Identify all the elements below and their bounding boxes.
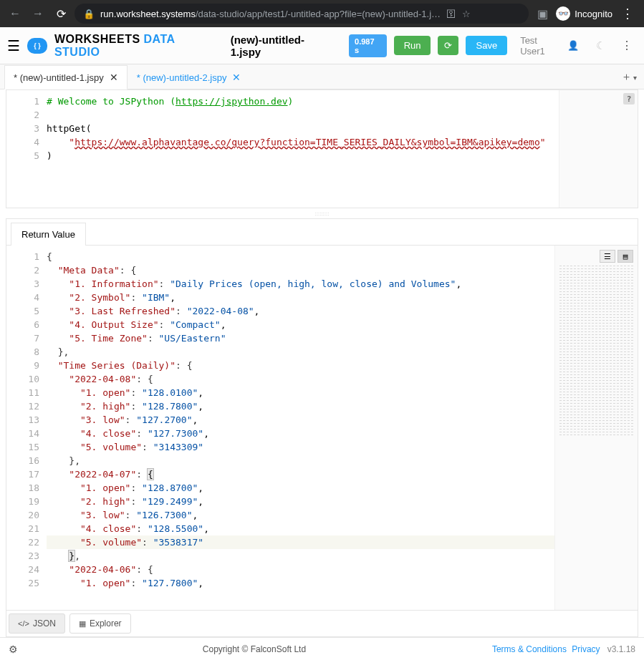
json-view-tab[interactable]: </>JSON	[9, 613, 65, 634]
rerun-button[interactable]: ⟳	[438, 36, 458, 55]
url-host: run.worksheet.systems	[100, 9, 196, 19]
back-icon[interactable]: ←	[6, 4, 24, 23]
run-button[interactable]: Run	[394, 36, 431, 55]
incognito-icon: 👓	[556, 6, 570, 21]
return-value-tab[interactable]: Return Value	[11, 223, 86, 246]
editor-minimap[interactable]: ?	[559, 90, 638, 208]
app-footer: ⚙ Copyright © FalconSoft Ltd Terms & Con…	[0, 637, 644, 660]
return-value-panel: Return Value 123456789101112131415161718…	[6, 218, 638, 637]
current-filename: (new)-untitled-1.jspy	[231, 34, 335, 58]
close-tab-icon[interactable]: ✕	[110, 72, 118, 83]
brand-text: WORKSHEETS DATA STUDIO	[54, 33, 224, 59]
chevron-down-icon: ▾	[633, 74, 637, 82]
terms-link[interactable]: Terms & Conditions	[492, 644, 567, 654]
grid-icon: ▦	[79, 619, 86, 629]
view-block-icon[interactable]: ▤	[617, 250, 633, 263]
app-header: ☰ WORKSHEETS DATA STUDIO (new)-untitled-…	[0, 27, 644, 64]
code-icon: </>	[18, 619, 29, 628]
view-list-icon[interactable]: ☰	[600, 250, 615, 263]
address-bar[interactable]: 🔒 run.worksheet.systems/data-studio/app/…	[75, 4, 529, 24]
code-editor[interactable]: 1 2 3 4 5 # Welcome to JSPython (https:/…	[6, 89, 638, 208]
version-label: v3.1.18	[607, 644, 635, 654]
editor-gutter: 1 2 3 4 5	[6, 90, 47, 208]
theme-toggle-icon[interactable]: ☾	[592, 39, 610, 52]
result-gutter: 1234567891011121314151617181920212223242…	[6, 246, 47, 610]
lock-icon: 🔒	[83, 9, 95, 19]
add-tab-button[interactable]: ＋▾	[614, 66, 644, 88]
file-tab[interactable]: * (new)-untitled-1.jspy ✕	[4, 65, 128, 89]
save-button[interactable]: Save	[466, 36, 507, 55]
reload-icon[interactable]: ⟳	[52, 4, 70, 23]
user-icon: 👤	[567, 40, 579, 51]
forward-icon[interactable]: →	[29, 4, 47, 23]
result-content[interactable]: { "Meta Data": { "1. Information": "Dail…	[47, 246, 554, 610]
file-tabs: * (new)-untitled-1.jspy ✕ * (new)-untitl…	[0, 64, 644, 89]
split-handle[interactable]: :::::::::	[0, 208, 644, 218]
browser-menu-icon[interactable]: ⋮	[617, 6, 638, 21]
help-icon[interactable]: ?	[623, 93, 635, 105]
result-minimap[interactable]: ☰ ▤	[554, 246, 638, 610]
key-icon[interactable]: ⚿	[446, 8, 456, 19]
bookmark-icon[interactable]: ☆	[462, 9, 471, 19]
app-logo[interactable]	[27, 38, 47, 54]
incognito-indicator: 👓 Incognito	[556, 6, 612, 21]
file-tab[interactable]: * (new)-untitled-2.jspy ✕	[128, 65, 251, 89]
privacy-link[interactable]: Privacy	[572, 644, 600, 654]
settings-icon[interactable]: ⚙	[9, 644, 18, 655]
execution-timer: 0.987 s	[349, 34, 387, 57]
editor-content[interactable]: # Welcome to JSPython (https://jspython.…	[47, 90, 559, 208]
app-menu-icon[interactable]: ⋮	[617, 39, 637, 52]
explorer-view-tab[interactable]: ▦Explorer	[69, 613, 131, 634]
copyright-text: Copyright © FalconSoft Ltd	[18, 644, 491, 654]
url-path: /data-studio/app/test1/-untitled-app?fil…	[196, 9, 441, 19]
close-tab-icon[interactable]: ✕	[232, 72, 241, 83]
extensions-icon[interactable]: ▣	[533, 4, 552, 23]
user-menu[interactable]: Test User1 👤	[514, 35, 585, 57]
menu-icon[interactable]: ☰	[7, 37, 20, 54]
browser-toolbar: ← → ⟳ 🔒 run.worksheet.systems/data-studi…	[0, 0, 644, 27]
